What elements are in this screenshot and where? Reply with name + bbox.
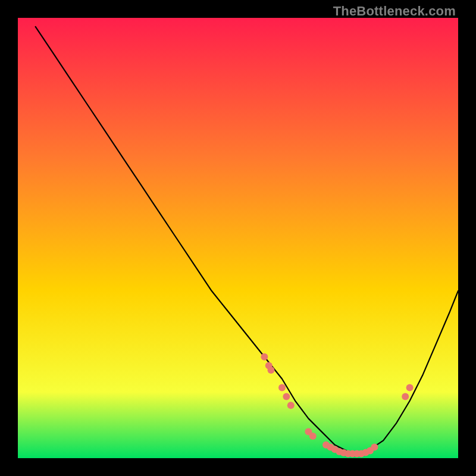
data-marker	[309, 433, 317, 440]
data-marker	[402, 393, 409, 400]
watermark-text: TheBottleneck.com	[333, 4, 456, 19]
gradient-background	[18, 18, 458, 458]
data-marker	[406, 384, 414, 392]
data-marker	[371, 444, 378, 451]
data-marker	[268, 367, 275, 374]
data-marker	[261, 353, 268, 361]
data-marker	[287, 402, 295, 409]
chart-container	[18, 18, 458, 458]
data-marker	[278, 384, 286, 392]
data-marker	[283, 393, 290, 400]
bottleneck-chart	[18, 18, 458, 458]
